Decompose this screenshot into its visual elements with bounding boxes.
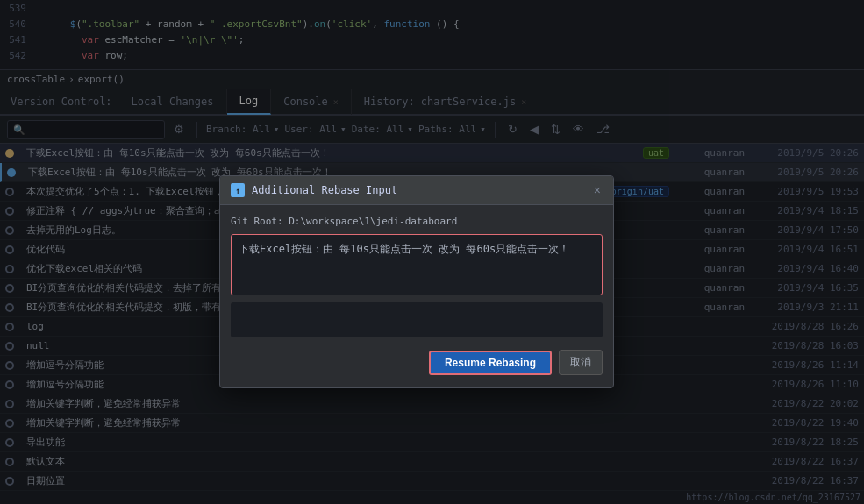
dialog-overlay: ↑ Additional Rebase Input × Git Root: D:… (0, 0, 864, 504)
dialog-footer: Resume Rebasing 取消 (231, 346, 603, 377)
dialog-title: ↑ Additional Rebase Input (231, 183, 397, 197)
dialog-icon: ↑ (231, 183, 245, 197)
dialog-body: Git Root: D:\workspace\1\jedi-databoard … (220, 205, 613, 387)
dialog-empty-area (231, 302, 603, 337)
cancel-button[interactable]: 取消 (559, 350, 603, 375)
dialog-close-button[interactable]: × (592, 183, 603, 197)
dialog-header: ↑ Additional Rebase Input × (220, 176, 613, 205)
rebase-dialog: ↑ Additional Rebase Input × Git Root: D:… (219, 175, 614, 388)
rebase-input-area[interactable]: 下载Excel按钮：由 每10s只能点击一次 改为 每60s只能点击一次！ (231, 234, 603, 295)
git-root-info: Git Root: D:\workspace\1\jedi-databoard (231, 216, 603, 227)
resume-rebasing-button[interactable]: Resume Rebasing (429, 351, 552, 375)
